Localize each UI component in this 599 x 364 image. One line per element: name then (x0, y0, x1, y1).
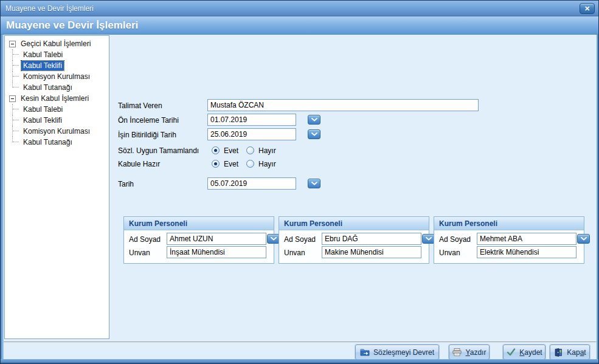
tree-node-label[interactable]: Kabul Talebi (21, 50, 64, 60)
groupbox-header: Kurum Personeli (434, 217, 584, 230)
unvan-label: Unvan (129, 249, 150, 257)
button-label: Kaydet (519, 348, 542, 357)
kurum-personeli-box-3: Kurum Personeli Ad Soyad Unvan (434, 216, 584, 264)
ad-soyad-value[interactable] (322, 233, 421, 244)
button-label: Yazdır (466, 348, 486, 357)
sozlesmeyi-devret-button[interactable]: Sözleşmeyi Devret (355, 345, 439, 360)
tree-node-kesin-kabul[interactable]: Kesin Kabul İşlemleri (5, 93, 109, 104)
chevron-down-icon[interactable] (308, 115, 320, 125)
ad-soyad-dropdown-1[interactable] (167, 233, 266, 245)
kabule-hazir-evet-radio[interactable] (212, 160, 220, 168)
tree-connector (12, 71, 21, 82)
tarih-date-picker[interactable] (207, 177, 296, 190)
chevron-down-icon[interactable] (422, 234, 435, 244)
unvan-label: Unvan (439, 249, 460, 257)
yazdir-button[interactable]: Yazdır (449, 345, 490, 360)
page-title: Muayene ve Devir İşlemleri (6, 19, 138, 32)
kapat-button[interactable]: Kapat (550, 345, 590, 360)
exit-door-icon (553, 348, 563, 357)
header-bar: Muayene ve Devir İşlemleri (1, 16, 598, 35)
ad-soyad-dropdown-3[interactable] (477, 233, 576, 245)
collapse-minus-icon[interactable] (9, 41, 16, 47)
tree-connector (12, 60, 21, 71)
tree-node-kabul-teklifi-2[interactable]: Kabul Teklifi (5, 115, 109, 126)
chevron-down-icon[interactable] (308, 129, 320, 139)
sozl-uygun-hayir-radio[interactable] (246, 146, 254, 154)
isin-bitirildigi-label: İşin Bitirildiği Tarih (118, 131, 176, 139)
sozl-uygun-evet-radio[interactable] (212, 146, 220, 154)
tree-node-label[interactable]: Kabul Tutanağı (21, 83, 74, 92)
tree-node-kabul-tutanagi[interactable]: Kabul Tutanağı (5, 82, 109, 93)
ad-soyad-label: Ad Soyad (129, 235, 161, 244)
unvan-input-3[interactable] (477, 246, 576, 258)
navigation-tree: Geçici Kabul İşlemleri Kabul Talebi Kabu… (4, 35, 109, 339)
window-frame-bottom (1, 359, 598, 363)
tree-connector (12, 137, 21, 148)
unvan-input-1[interactable] (167, 246, 266, 258)
groupbox-title: Kurum Personeli (129, 219, 187, 228)
ad-soyad-value[interactable] (477, 233, 576, 244)
isin-bitirildigi-date-picker[interactable] (207, 128, 296, 140)
chevron-down-icon[interactable] (308, 179, 320, 188)
tree-connector (12, 115, 21, 126)
tree-node-kabul-tutanagi-2[interactable]: Kabul Tutanağı (5, 137, 109, 148)
tree-connector (12, 82, 21, 93)
sozl-uygun-label: Sözl. Uygun Tamamlandı (118, 146, 199, 155)
tree-connector (12, 104, 21, 115)
tree-node-gecici-kabul[interactable]: Geçici Kabul İşlemleri (5, 38, 109, 49)
on-inceleme-label: Ön İnceleme Tarihi (118, 116, 179, 125)
tree-node-label[interactable]: Kabul Talebi (21, 105, 64, 114)
transfer-folder-icon (360, 348, 370, 357)
ad-soyad-label: Ad Soyad (284, 235, 316, 244)
tree-node-kabul-teklifi-selected[interactable]: Kabul Teklifi (5, 60, 109, 71)
unvan-label: Unvan (284, 249, 305, 257)
tree-node-kabul-talebi-2[interactable]: Kabul Talebi (5, 104, 109, 115)
tarih-label: Tarih (118, 180, 134, 188)
button-label: Kapat (567, 348, 586, 357)
tree-connector (12, 126, 21, 137)
groupbox-header: Kurum Personeli (279, 217, 429, 230)
tree-node-label[interactable]: Kabul Teklifi (21, 115, 64, 125)
close-icon[interactable]: ✕ (580, 3, 595, 14)
unvan-input-2[interactable] (322, 246, 421, 258)
kabule-hazir-hayir-radio[interactable] (246, 160, 254, 168)
on-inceleme-date-picker[interactable] (207, 114, 296, 126)
tree-node-kabul-talebi[interactable]: Kabul Talebi (5, 49, 109, 60)
printer-icon (452, 348, 462, 357)
tarih-date-value[interactable] (208, 178, 307, 189)
on-inceleme-date-value[interactable] (208, 114, 307, 125)
tree-node-label[interactable]: Komisyon Kurulması (21, 126, 92, 136)
app-window: Muayene ve Devir İşlemleri ✕ Muayene ve … (0, 0, 599, 364)
tree-connector (12, 49, 21, 60)
tree-node-label[interactable]: Kabul Tutanağı (21, 137, 74, 147)
isin-bitirildigi-date-value[interactable] (208, 129, 307, 140)
groupbox-title: Kurum Personeli (284, 219, 342, 228)
checkmark-icon (506, 348, 516, 357)
ad-soyad-value[interactable] (167, 233, 266, 244)
kurum-personeli-box-2: Kurum Personeli Ad Soyad Unvan (279, 216, 429, 264)
title-bar: Muayene ve Devir İşlemleri ✕ (1, 1, 598, 16)
kaydet-button[interactable]: Kaydet (503, 345, 545, 360)
chevron-down-icon[interactable] (267, 234, 280, 244)
sozl-uygun-evet-label: Evet (224, 146, 238, 155)
tree-node-label[interactable]: Kabul Teklifi (21, 61, 64, 70)
ad-soyad-dropdown-2[interactable] (322, 233, 421, 245)
ad-soyad-label: Ad Soyad (439, 235, 471, 244)
kabule-hazir-hayir-label: Hayır (258, 160, 276, 168)
tree-node-komisyon-kurulmasi-2[interactable]: Komisyon Kurulması (5, 126, 109, 137)
groupbox-header: Kurum Personeli (124, 217, 274, 230)
kabule-hazir-evet-label: Evet (224, 160, 238, 168)
collapse-minus-icon[interactable] (9, 95, 16, 102)
tree-node-komisyon-kurulmasi[interactable]: Komisyon Kurulması (5, 71, 109, 82)
talimat-veren-label: Talimat Veren (118, 101, 162, 110)
chevron-down-icon[interactable] (577, 234, 590, 244)
tree-node-label[interactable]: Geçici Kabul İşlemleri (19, 39, 92, 49)
tree-node-label[interactable]: Komisyon Kurulması (21, 72, 92, 81)
button-label: Sözleşmeyi Devret (373, 348, 434, 357)
kurum-personeli-box-1: Kurum Personeli Ad Soyad Unvan (123, 216, 274, 264)
talimat-veren-input[interactable] (207, 99, 479, 111)
kabule-hazir-label: Kabule Hazır (118, 160, 160, 168)
window-title: Muayene ve Devir İşlemleri (5, 4, 94, 13)
footer-button-bar: Sözleşmeyi Devret Yazdır Kaydet (4, 342, 597, 360)
tree-node-label[interactable]: Kesin Kabul İşlemleri (19, 94, 91, 103)
